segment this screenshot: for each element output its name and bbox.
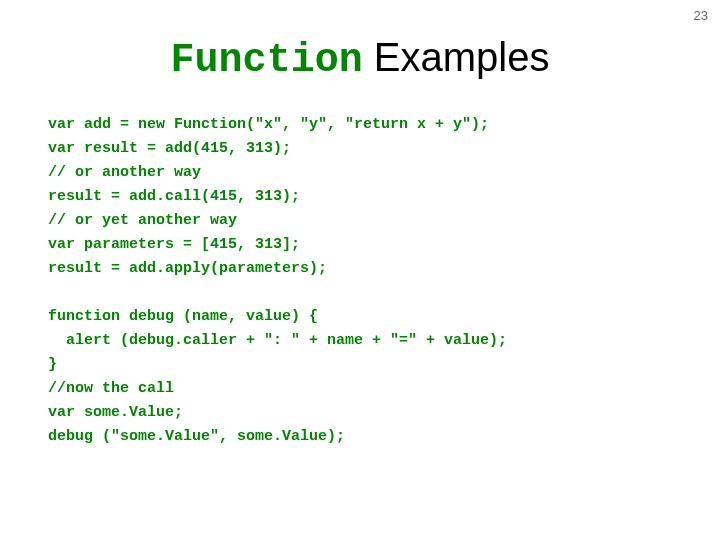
title-text-part: Examples [363,35,550,79]
slide-title: Function Examples [0,0,720,113]
page-number: 23 [694,8,708,23]
code-example-2: function debug (name, value) { alert (de… [0,305,720,449]
code-example-1: var add = new Function("x", "y", "return… [0,113,720,281]
title-code-part: Function [171,38,363,83]
